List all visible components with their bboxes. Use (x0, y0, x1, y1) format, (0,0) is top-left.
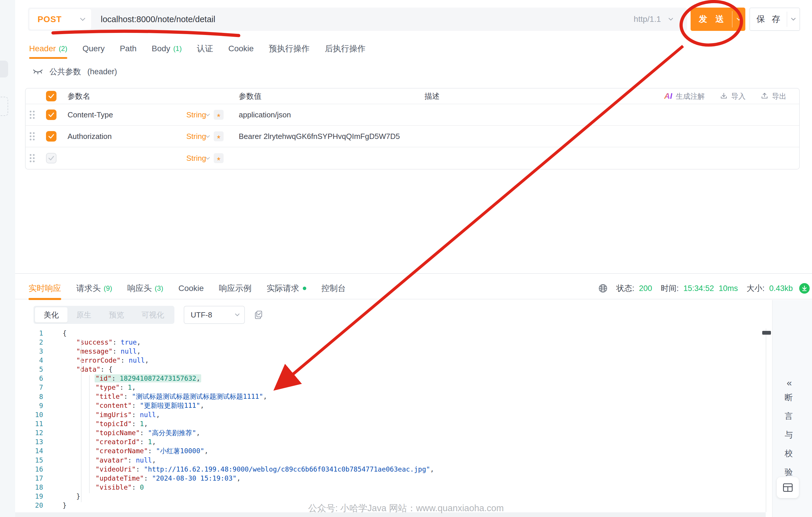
resp-tab-实际请求[interactable]: 实际请求 (267, 277, 306, 299)
code-line: 2"success": true, (15, 338, 766, 347)
code-line: 8"title": "测试标题测试标题测试标题测试标题1111", (15, 392, 766, 401)
tab-认证[interactable]: 认证 (197, 38, 213, 59)
row-checkbox[interactable] (46, 110, 56, 120)
required-star[interactable]: * (214, 110, 224, 120)
request-tabs: Header(2)QueryPathBody(1)认证Cookie预执行操作后执… (29, 38, 366, 59)
line-number: 4 (15, 356, 43, 364)
param-value[interactable]: Bearer 2lrytehwqGK6fnSYPHvqQImFgD5W7D5 (239, 132, 400, 141)
strip-partial-box (0, 61, 8, 78)
code-line: 7"type": 1, (15, 383, 766, 392)
line-number: 3 (15, 347, 43, 355)
assertion-panel-title[interactable]: 断言与校验 (773, 392, 805, 478)
tab-Cookie[interactable]: Cookie (228, 38, 254, 59)
encoding-select[interactable]: UTF-8 (184, 306, 245, 324)
import-button[interactable]: 导入 (720, 91, 746, 101)
url-input[interactable]: localhost:8000/note/note/detail (101, 7, 215, 31)
view-预览[interactable]: 预览 (100, 307, 133, 322)
export-icon (761, 92, 768, 100)
drag-handle-icon[interactable] (30, 132, 35, 140)
code-line: 17"updateTime": "2024-08-30 15:19:03", (15, 473, 766, 483)
indent-guide (89, 375, 90, 493)
expand-panel-chevron[interactable]: « (787, 377, 792, 388)
code-line: 13"creatorId": 1, (15, 437, 766, 447)
code-line: 18"visible": 0 (15, 483, 766, 492)
copy-icon[interactable] (254, 310, 263, 319)
method-select[interactable]: POST (29, 9, 91, 29)
resp-tab-控制台[interactable]: 控制台 (321, 277, 346, 299)
app-window: POST localhost:8000/note/note/detail htt… (0, 0, 812, 517)
param-type-select[interactable]: String (186, 132, 206, 141)
param-value[interactable]: application/json (239, 110, 291, 119)
code-line: 5"data": { (15, 365, 766, 374)
resp-tab-Cookie[interactable]: Cookie (178, 277, 204, 299)
line-number: 10 (15, 411, 43, 419)
tab-后执行操作[interactable]: 后执行操作 (325, 38, 366, 59)
param-name[interactable]: Content-Type (67, 110, 113, 119)
code-line: 12"topicName": "高分美剧推荐", (15, 428, 766, 437)
line-number: 16 (15, 465, 43, 473)
closed-eye-icon (33, 68, 43, 75)
indent-guide (81, 339, 82, 502)
common-params-header[interactable]: 公共参数 (header) (33, 66, 117, 77)
drag-handle-icon[interactable] (30, 111, 35, 119)
drag-handle-icon[interactable] (30, 154, 35, 162)
param-name[interactable]: Authorization (67, 132, 112, 141)
view-美化[interactable]: 美化 (35, 307, 67, 322)
view-可视化[interactable]: 可视化 (133, 307, 173, 322)
layout-toggle-button[interactable] (777, 477, 799, 498)
required-star[interactable]: * (214, 132, 224, 141)
resp-tab-响应头[interactable]: 响应头(3) (127, 277, 163, 299)
response-tabbar: 实时响应请求头(9)响应头(3)Cookie响应示例实际请求控制台 状态: 20… (15, 277, 812, 299)
tab-Query[interactable]: Query (82, 38, 105, 59)
code-lines: 1{2"success": true,3"message": null,4"er… (15, 328, 766, 510)
download-circle-icon[interactable] (799, 283, 810, 294)
resp-tab-请求头[interactable]: 请求头(9) (76, 277, 112, 299)
http-version-select[interactable]: http/1.1 (634, 7, 673, 31)
assertion-panel: « 断言与校验 (772, 300, 812, 517)
col-desc-header: 描述 (425, 91, 440, 102)
param-type-select[interactable]: String (186, 154, 206, 163)
save-dropdown-chevron-icon[interactable] (787, 18, 800, 21)
required-star[interactable]: * (214, 153, 224, 163)
send-dropdown-chevron-icon[interactable] (732, 18, 745, 21)
line-number: 13 (15, 438, 43, 446)
ai-annotate-label: 生成注解 (676, 91, 705, 101)
line-number: 18 (15, 484, 43, 491)
ai-icon: AI (664, 91, 672, 101)
status-code: 200 (639, 284, 652, 293)
code-line: 15"avatar": null, (15, 456, 766, 465)
params-table-body: Content-TypeString*application/jsonAutho… (26, 104, 799, 169)
layout-icon (782, 483, 793, 492)
line-number: 9 (15, 402, 43, 409)
code-line: 19} (15, 492, 766, 501)
code-line: 9"content": "更新啦更新啦111", (15, 401, 766, 410)
code-line: 1{ (15, 328, 766, 338)
resp-tab-实时响应[interactable]: 实时响应 (29, 277, 61, 299)
row-checkbox[interactable] (46, 131, 56, 142)
send-button[interactable]: 发 送 (691, 7, 745, 31)
tab-Body[interactable]: Body(1) (152, 38, 182, 59)
line-number: 6 (15, 375, 43, 382)
status-label: 状态: (616, 283, 634, 294)
export-button[interactable]: 导出 (761, 91, 786, 101)
save-button[interactable]: 保 存 (749, 7, 800, 31)
tab-预执行操作[interactable]: 预执行操作 (269, 38, 310, 59)
line-number: 15 (15, 456, 43, 464)
code-line: 10"imgUris": null, (15, 410, 766, 419)
select-all-checkbox[interactable] (46, 91, 56, 102)
editor-right-divider (766, 328, 766, 512)
ai-annotate-button[interactable]: AI 生成注解 (664, 91, 705, 101)
green-dot-icon (303, 287, 306, 290)
view-switcher: 美化原生预览可视化 (33, 306, 174, 324)
chevron-down-icon (206, 135, 210, 138)
response-body-editor[interactable]: 1{2"success": true,3"message": null,4"er… (15, 328, 766, 512)
resp-tab-响应示例[interactable]: 响应示例 (219, 277, 252, 299)
view-原生[interactable]: 原生 (67, 307, 100, 322)
tab-Header[interactable]: Header(2) (29, 38, 67, 59)
tab-Path[interactable]: Path (120, 38, 137, 59)
param-type-select[interactable]: String (186, 110, 206, 119)
scrollbar-thumb[interactable] (762, 331, 771, 335)
time-label: 时间: (661, 283, 679, 294)
row-checkbox[interactable] (46, 153, 56, 164)
code-line: 4"errorCode": null, (15, 356, 766, 365)
